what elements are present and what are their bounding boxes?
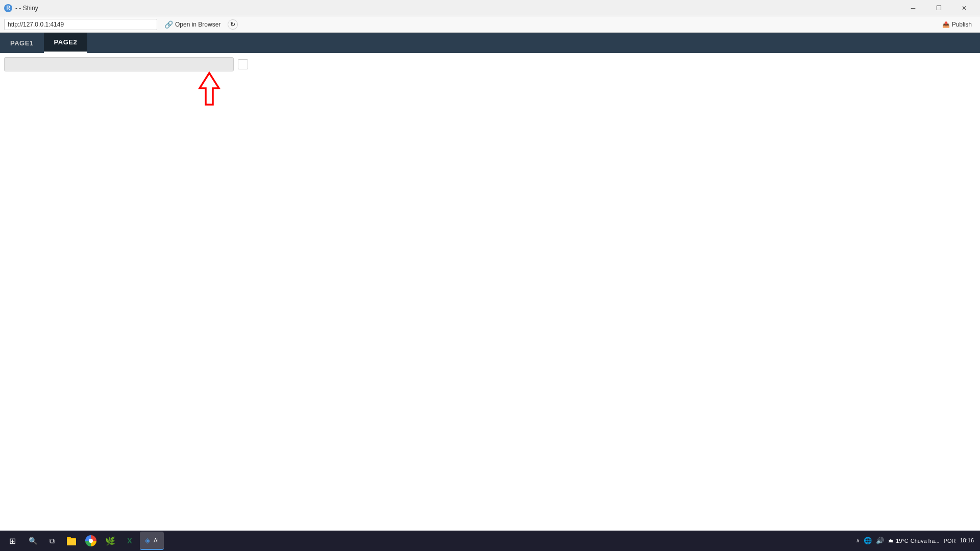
nav-bar: PAGE1 PAGE2 [0,33,980,53]
taskbar: ⊞ 🔍 ⧉ 🌿 X ◈ Ai ∧ 🌐 🔊 🌧 19°C Chuv [0,531,980,551]
refresh-button[interactable]: ↻ [228,19,238,30]
up-arrow-icon [197,71,222,107]
publish-icon: 📤 [942,21,950,28]
shiny-icon[interactable]: 🌿 [101,532,119,550]
weather-temp: 19°C [896,538,909,544]
browser-icon: 🔗 [164,20,173,29]
address-input[interactable] [4,19,157,30]
publish-button[interactable]: 📤 Publish [938,20,976,29]
tab-page2[interactable]: PAGE2 [44,33,88,53]
taskbar-clock: 18:16 [960,537,974,544]
start-button[interactable]: ⊞ [2,531,22,551]
svg-rect-2 [67,537,71,539]
svg-rect-1 [67,539,76,545]
file-explorer-icon[interactable] [62,532,81,550]
widget-input[interactable] [4,57,234,71]
tab-page1[interactable]: PAGE1 [0,33,44,53]
shiny-app-taskbar[interactable]: ◈ Ai [140,532,164,550]
app-icon: R [4,4,12,12]
minimize-button[interactable]: ─ [901,0,925,16]
weather-desc: Chuva fra... [911,538,940,544]
tab-page2-label: PAGE2 [54,38,78,46]
shiny-app-label: Ai [154,537,159,543]
taskbar-search-button[interactable]: 🔍 [23,532,42,550]
taskview-button[interactable]: ⧉ [43,532,61,550]
language-indicator: POR [944,538,956,544]
shiny-app-icon: ◈ [145,536,151,544]
volume-icon: 🔊 [876,537,884,544]
weather-icon: 🌧 [888,538,894,544]
title-bar: R - - Shiny ─ ❐ ✕ [0,0,980,16]
publish-label: Publish [952,21,972,28]
taskbar-system-tray: ∧ 🌐 🔊 🌧 19°C Chuva fra... POR 18:16 [856,537,978,544]
widget-row [4,57,976,71]
weather-widget: 🌧 19°C Chuva fra... [888,538,939,544]
tab-page1-label: PAGE1 [10,39,34,47]
close-button[interactable]: ✕ [952,0,976,16]
chrome-icon[interactable] [82,532,100,550]
title-bar-left: R - - Shiny [4,4,38,12]
main-content [0,53,980,531]
restore-button[interactable]: ❐ [927,0,950,16]
open-in-browser-button[interactable]: 🔗 Open in Browser [161,19,224,30]
network-icon: 🌐 [864,537,872,544]
excel-icon[interactable]: X [120,532,139,550]
taskbar-time-display: 18:16 [960,537,974,544]
widget-small [238,59,248,69]
title-bar-controls: ─ ❐ ✕ [901,0,976,16]
address-bar: 🔗 Open in Browser ↻ 📤 Publish [0,16,980,33]
system-tray-expand[interactable]: ∧ [856,538,860,543]
open-in-browser-label: Open in Browser [175,21,220,28]
window-title: - - Shiny [15,5,38,12]
